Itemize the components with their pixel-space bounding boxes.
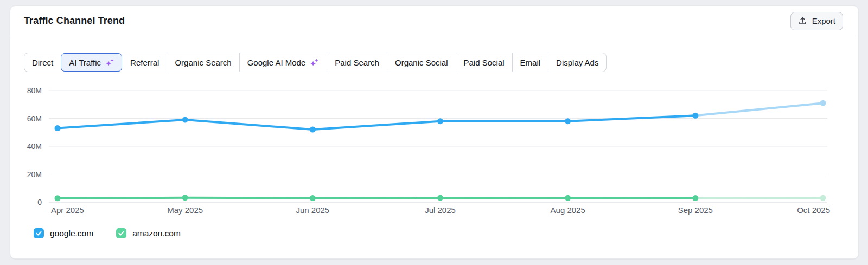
x-axis-label: Jul 2025: [425, 205, 456, 215]
x-axis-label: Aug 2025: [551, 205, 585, 215]
data-point[interactable]: [692, 113, 698, 119]
data-point[interactable]: [55, 125, 61, 131]
data-point[interactable]: [55, 195, 61, 201]
legend-checkbox-amazon-com[interactable]: [116, 228, 126, 238]
panel-title: Traffic Channel Trend: [24, 15, 125, 27]
y-axis-label: 20M: [27, 170, 42, 179]
data-point[interactable]: [310, 127, 316, 133]
y-axis-label: 40M: [27, 142, 42, 151]
checkmark-icon: [35, 230, 42, 237]
data-point[interactable]: [310, 195, 316, 201]
data-point[interactable]: [565, 118, 571, 124]
tab-referral[interactable]: Referral: [122, 53, 167, 72]
legend-label: google.com: [50, 229, 93, 238]
tab-paid-social[interactable]: Paid Social: [456, 53, 512, 72]
tab-ai-traffic[interactable]: AI Traffic: [61, 53, 122, 72]
tab-display-ads[interactable]: Display Ads: [548, 53, 606, 72]
legend-label: amazon.com: [132, 229, 181, 238]
chart-area: 020M40M60M80MApr 2025May 2025Jun 2025Jul…: [24, 82, 845, 221]
tab-organic-search[interactable]: Organic Search: [167, 53, 239, 72]
legend-checkbox-google-com[interactable]: [34, 228, 44, 238]
ai-sparkle-icon: [105, 58, 114, 67]
data-point[interactable]: [820, 195, 826, 201]
channel-tabs: DirectAI TrafficReferralOrganic SearchGo…: [24, 53, 607, 72]
data-point[interactable]: [565, 195, 571, 201]
export-button[interactable]: Export: [790, 12, 843, 30]
tab-label: Google AI Mode: [247, 58, 306, 67]
export-upload-icon: [798, 16, 807, 25]
series-google-com: [55, 100, 826, 133]
data-point[interactable]: [182, 195, 188, 201]
export-button-label: Export: [812, 16, 835, 25]
tab-label: Paid Search: [335, 58, 379, 67]
legend-item-amazon-com[interactable]: amazon.com: [116, 228, 181, 238]
tab-label: Referral: [130, 58, 159, 67]
data-point[interactable]: [820, 100, 826, 106]
gridlines: 020M40M60M80M: [27, 86, 827, 206]
tab-label: Paid Social: [464, 58, 505, 67]
tab-email[interactable]: Email: [512, 53, 548, 72]
card-header: Traffic Channel Trend Export: [10, 6, 858, 36]
x-axis-label: Sep 2025: [678, 205, 713, 215]
tab-google-ai-mode[interactable]: Google AI Mode: [239, 53, 327, 72]
checkmark-icon: [118, 230, 125, 237]
trend-line: [58, 115, 695, 130]
x-axis-label: Apr 2025: [51, 205, 84, 215]
x-axis-label: Oct 2025: [797, 205, 830, 215]
tab-label: AI Traffic: [69, 58, 101, 67]
tab-label: Organic Search: [175, 58, 231, 67]
x-axis-labels: Apr 2025May 2025Jun 2025Jul 2025Aug 2025…: [51, 205, 830, 215]
tab-organic-social[interactable]: Organic Social: [387, 53, 456, 72]
data-point[interactable]: [182, 117, 188, 123]
ai-sparkle-icon: [310, 58, 319, 67]
y-axis-label: 60M: [27, 114, 42, 123]
y-axis-label: 80M: [27, 86, 42, 95]
tab-label: Email: [520, 58, 541, 67]
x-axis-label: Jun 2025: [296, 205, 329, 215]
data-point[interactable]: [692, 195, 698, 201]
legend-item-google-com[interactable]: google.com: [34, 228, 93, 238]
chart-legend: google.comamazon.com: [24, 228, 845, 238]
tab-label: Display Ads: [556, 58, 598, 67]
tab-label: Organic Social: [395, 58, 448, 67]
series-amazon-com: [55, 195, 826, 201]
tab-direct[interactable]: Direct: [24, 53, 61, 72]
traffic-channel-trend-card: Traffic Channel Trend Export DirectAI Tr…: [10, 5, 859, 259]
x-axis-label: May 2025: [167, 205, 203, 215]
data-point[interactable]: [437, 195, 443, 201]
tab-label: Direct: [32, 58, 53, 67]
y-axis-label: 0: [37, 198, 42, 206]
trend-chart: 020M40M60M80MApr 2025May 2025Jun 2025Jul…: [24, 82, 847, 218]
data-point[interactable]: [437, 118, 443, 124]
card-body: DirectAI TrafficReferralOrganic SearchGo…: [10, 36, 858, 238]
projected-segment: [695, 103, 823, 115]
trend-line: [58, 198, 695, 198]
tab-paid-search[interactable]: Paid Search: [327, 53, 387, 72]
